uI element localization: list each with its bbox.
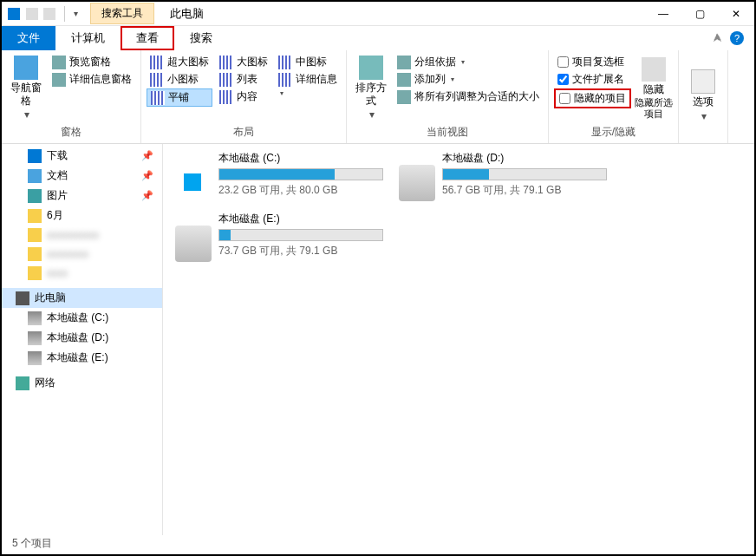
layout-icon bbox=[150, 73, 164, 87]
drive-icon bbox=[399, 165, 435, 201]
drive-capacity-bar bbox=[442, 168, 607, 180]
drive-c[interactable]: 本地磁盘 (C:) 23.2 GB 可用, 共 80.0 GB bbox=[175, 151, 383, 201]
tree-documents[interactable]: 文档📌 bbox=[2, 166, 162, 186]
folder-icon bbox=[28, 209, 42, 223]
layout-m-icons[interactable]: 中图标 bbox=[275, 54, 341, 70]
ribbon-group-label: 当前视图 bbox=[352, 123, 543, 141]
tree-disk-d[interactable]: 本地磁盘 (D:) bbox=[2, 328, 162, 348]
layout-icon bbox=[278, 73, 292, 87]
ribbon-group-label: 显示/隐藏 bbox=[554, 123, 673, 141]
contextual-tab-label: 搜索工具 bbox=[90, 3, 154, 24]
layout-xl-icons[interactable]: 超大图标 bbox=[147, 54, 212, 70]
group-icon bbox=[397, 56, 411, 69]
hide-selected-button[interactable]: 隐藏 隐藏所选项目 bbox=[635, 54, 673, 123]
fit-columns-button[interactable]: 将所有列调整为合适的大小 bbox=[394, 88, 543, 105]
folder-icon bbox=[28, 266, 42, 280]
tree-folder-6[interactable]: 6月 bbox=[2, 206, 162, 226]
drive-capacity-bar bbox=[218, 229, 383, 241]
pin-icon: 📌 bbox=[141, 150, 153, 161]
layout-s-icons[interactable]: 小图标 bbox=[147, 71, 212, 88]
item-checkboxes-toggle[interactable]: 项目复选框 bbox=[554, 54, 631, 70]
network-icon bbox=[16, 376, 29, 390]
drive-name: 本地磁盘 (E:) bbox=[218, 212, 383, 226]
folder-icon bbox=[28, 247, 42, 261]
tree-this-pc[interactable]: 此电脑 bbox=[2, 288, 162, 308]
sort-by-button[interactable]: 排序方式 ▾ bbox=[352, 54, 390, 123]
tree-disk-c[interactable]: 本地磁盘 (C:) bbox=[2, 308, 162, 328]
ribbon-group-options: 选项 ▾ bbox=[679, 50, 728, 143]
minimize-button[interactable]: — bbox=[645, 2, 681, 25]
layout-list[interactable]: 列表 bbox=[216, 71, 271, 88]
tree-disk-e[interactable]: 本地磁盘 (E:) bbox=[2, 348, 162, 368]
qat-item[interactable] bbox=[26, 8, 38, 20]
ribbon-group-label: 布局 bbox=[147, 123, 341, 141]
options-icon bbox=[691, 69, 715, 94]
pc-icon bbox=[16, 291, 29, 305]
pictures-icon bbox=[28, 189, 42, 203]
titlebar: ▾ 搜索工具 此电脑 — ▢ ✕ bbox=[2, 2, 754, 26]
layout-icon bbox=[278, 56, 292, 69]
drive-capacity-text: 73.7 GB 可用, 共 79.1 GB bbox=[218, 244, 383, 258]
close-button[interactable]: ✕ bbox=[718, 2, 754, 25]
tree-downloads[interactable]: 下载📌 bbox=[2, 146, 162, 166]
layout-icon bbox=[151, 91, 165, 105]
options-label: 选项 bbox=[693, 95, 714, 108]
qat-separator bbox=[64, 6, 65, 22]
drive-e[interactable]: 本地磁盘 (E:) 73.7 GB 可用, 共 79.1 GB bbox=[175, 212, 383, 262]
group-by-button[interactable]: 分组依据▾ bbox=[394, 54, 543, 70]
add-column-button[interactable]: 添加列▾ bbox=[394, 71, 543, 88]
maximize-button[interactable]: ▢ bbox=[681, 2, 718, 25]
layout-tiles[interactable]: 平铺 bbox=[147, 88, 212, 107]
document-icon bbox=[28, 169, 42, 183]
tab-view[interactable]: 查看 bbox=[121, 26, 174, 50]
layout-icon bbox=[219, 56, 233, 69]
main-area: 下载📌 文档📌 图片📌 6月 xxxxxxxxxx xxxxxxxx xxxx … bbox=[2, 144, 754, 535]
layout-details[interactable]: 详细信息 bbox=[275, 71, 341, 88]
qat-item[interactable] bbox=[43, 8, 55, 20]
drive-name: 本地磁盘 (D:) bbox=[442, 151, 607, 166]
hide-icon bbox=[642, 57, 666, 82]
tree-folder[interactable]: xxxxxxxx bbox=[2, 245, 162, 264]
window-title: 此电脑 bbox=[170, 6, 204, 22]
help-icon[interactable]: ? bbox=[730, 31, 744, 45]
drive-name: 本地磁盘 (C:) bbox=[218, 151, 383, 166]
ribbon-group-panes: 导航窗格 ▾ 预览窗格 详细信息窗格 窗格 bbox=[2, 50, 141, 143]
ribbon-collapse-icon[interactable]: ⮝ bbox=[713, 32, 725, 44]
tree-folder[interactable]: xxxxxxxxxx bbox=[2, 226, 162, 245]
details-pane-button[interactable]: 详细信息窗格 bbox=[49, 71, 135, 88]
options-button[interactable]: 选项 ▾ bbox=[684, 54, 722, 138]
drive-d[interactable]: 本地磁盘 (D:) 56.7 GB 可用, 共 79.1 GB bbox=[399, 151, 607, 201]
content-area: 本地磁盘 (C:) 23.2 GB 可用, 共 80.0 GB 本地磁盘 (D:… bbox=[163, 144, 754, 535]
status-bar: 5 个项目 bbox=[3, 533, 753, 553]
hidden-items-toggle[interactable]: 隐藏的项目 bbox=[554, 88, 631, 108]
layout-icon bbox=[219, 73, 233, 87]
drive-capacity-bar bbox=[218, 168, 383, 180]
layout-more[interactable]: ▾ bbox=[275, 88, 341, 98]
qat-dropdown[interactable]: ▾ bbox=[74, 9, 78, 18]
app-icon bbox=[7, 7, 21, 21]
pin-icon: 📌 bbox=[141, 190, 153, 201]
layout-icon bbox=[219, 90, 233, 104]
ribbon-group-current-view: 排序方式 ▾ 分组依据▾ 添加列▾ 将所有列调整为合适的大小 当前视图 bbox=[347, 50, 549, 143]
layout-l-icons[interactable]: 大图标 bbox=[216, 54, 271, 70]
ribbon-tabs: 文件 计算机 查看 搜索 ⮝ ? bbox=[2, 26, 754, 50]
file-ext-toggle[interactable]: 文件扩展名 bbox=[554, 71, 631, 88]
layout-content[interactable]: 内容 bbox=[216, 88, 271, 105]
tab-search[interactable]: 搜索 bbox=[174, 26, 228, 50]
sort-label: 排序方式 bbox=[352, 82, 390, 107]
drive-capacity-text: 56.7 GB 可用, 共 79.1 GB bbox=[442, 183, 607, 198]
tree-folder[interactable]: xxxx bbox=[2, 264, 162, 283]
tab-computer[interactable]: 计算机 bbox=[55, 26, 121, 50]
details-pane-icon bbox=[52, 73, 66, 87]
tab-file[interactable]: 文件 bbox=[2, 26, 55, 50]
nav-pane-label: 导航窗格 bbox=[7, 82, 45, 107]
tree-network[interactable]: 网络 bbox=[2, 373, 162, 393]
disk-icon bbox=[28, 351, 42, 365]
ribbon-group-layout: 超大图标 小图标 平铺 大图标 列表 内容 中图标 详细信息 ▾ 布局 bbox=[141, 50, 347, 143]
nav-pane-button[interactable]: 导航窗格 ▾ bbox=[7, 54, 45, 123]
disk-icon bbox=[28, 311, 42, 325]
preview-pane-button[interactable]: 预览窗格 bbox=[49, 54, 135, 70]
preview-icon bbox=[52, 56, 66, 69]
tree-pictures[interactable]: 图片📌 bbox=[2, 186, 162, 206]
layout-icon bbox=[150, 56, 164, 69]
